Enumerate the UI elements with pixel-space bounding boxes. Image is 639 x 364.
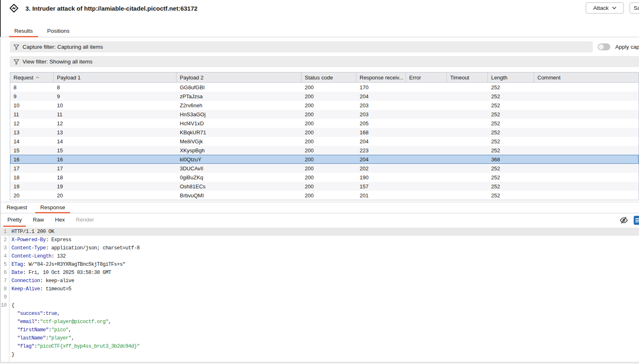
save-button-label: Sa [634, 5, 639, 11]
view-filter-bar[interactable]: View filter: Showing all items [10, 56, 639, 67]
column-header-payload-1[interactable]: Payload 1 [54, 72, 177, 82]
apply-capture-toggle[interactable] [598, 43, 610, 50]
table-row-request-15[interactable]: 1515XKyspBgh200223252 [10, 146, 639, 155]
results-table: RequestPayload 1Payload 2Status codeResp… [10, 72, 639, 200]
cell-status: 200 [301, 146, 356, 155]
cell-payload2: GG8ufGBI [177, 83, 301, 92]
cell-payload1: 18 [54, 173, 177, 182]
cell-comment [534, 110, 639, 119]
cell-request: 18 [10, 173, 54, 182]
tab-results[interactable]: Results [9, 26, 38, 37]
cell-status: 200 [301, 101, 356, 110]
capture-filter-bar[interactable]: Capture filter: Capturing all items [10, 41, 593, 52]
message-view-subtabs: Pretty Raw Hex Render [0, 214, 639, 227]
cell-response_received: 157 [356, 182, 406, 191]
column-header-error[interactable]: Error [406, 72, 447, 82]
cell-timeout [447, 110, 488, 119]
table-row-request-13[interactable]: 1313KBqkUR71200168252 [10, 128, 639, 137]
cell-timeout [447, 137, 488, 146]
cell-timeout [447, 182, 488, 191]
table-row-request-12[interactable]: 1212Hcf4V1xD200205252 [10, 119, 639, 128]
message-tab-bar: Request Response [0, 202, 639, 213]
column-header-status-code[interactable]: Status code [301, 72, 356, 82]
column-header-payload-2[interactable]: Payload 2 [177, 72, 301, 82]
tab-positions[interactable]: Positions [42, 26, 75, 37]
attack-button[interactable]: Attack [586, 2, 624, 14]
cell-payload1: 16 [54, 155, 177, 164]
table-row-request-16[interactable]: 1616kl0QtzuY200204368 [10, 155, 639, 164]
hide-nonprintable-icon[interactable] [619, 216, 628, 226]
cell-timeout [447, 128, 488, 137]
cell-error [406, 128, 447, 137]
cell-length: 252 [488, 110, 534, 119]
cell-timeout [447, 173, 488, 182]
editor-line: } [0, 350, 639, 359]
table-row-request-19[interactable]: 1919Osh81ECs200157252 [10, 182, 639, 191]
column-header-response-receiv-[interactable]: Response receiv... [356, 72, 406, 82]
line-number: 9 [0, 293, 7, 301]
main-tab-bar: Results Positions [0, 26, 639, 37]
line-content: } [11, 350, 14, 359]
tab-response[interactable]: Response [35, 202, 70, 213]
table-row-request-18[interactable]: 18180giBuZKq200190252 [10, 173, 639, 182]
cell-comment [534, 191, 639, 200]
cell-length: 252 [488, 119, 534, 128]
text-wrap-icon[interactable] [634, 216, 639, 225]
cell-payload2: Osh81ECs [177, 182, 301, 191]
cell-length: 252 [488, 83, 534, 92]
editor-line: 3Content-Type: application/json; charset… [0, 244, 639, 252]
cell-comment [534, 146, 639, 155]
line-number: 6 [0, 269, 7, 277]
response-editor[interactable]: 1HTTP/1.1 200 OK2X-Powered-By: Express3C… [0, 228, 639, 362]
cell-request: 13 [10, 128, 54, 137]
cell-length: 252 [488, 92, 534, 101]
cell-response_received: 170 [356, 83, 406, 92]
toggle-knob [598, 44, 604, 50]
subtab-raw[interactable]: Raw [29, 214, 48, 227]
editor-line: 8Keep-Alive: timeout=5 [0, 285, 639, 293]
editor-line: 1HTTP/1.1 200 OK [0, 228, 639, 236]
column-header-label: Status code [305, 75, 333, 81]
cell-status: 200 [301, 191, 356, 200]
cell-comment [534, 128, 639, 137]
intruder-attack-window: 3. Intruder attack of http://amiable-cit… [0, 0, 639, 364]
table-row-request-11[interactable]: 1111HnS3aGOj200203252 [10, 110, 639, 119]
subtab-pretty[interactable]: Pretty [3, 214, 26, 227]
table-row-request-14[interactable]: 1414Me8iVGjk200204252 [10, 137, 639, 146]
column-header-label: Error [409, 75, 421, 81]
editor-line: "email":"ctf-player@picoctf.org", [0, 318, 639, 326]
cell-payload2: HnS3aGOj [177, 110, 301, 119]
cell-status: 200 [301, 137, 356, 146]
table-row-request-8[interactable]: 88GG8ufGBI200170252 [10, 83, 639, 92]
cell-error [406, 164, 447, 173]
subtab-render[interactable]: Render [72, 214, 98, 227]
column-header-timeout[interactable]: Timeout [447, 72, 488, 82]
cell-error [406, 83, 447, 92]
line-content: Content-Type: application/json; charset=… [11, 244, 140, 252]
cell-payload1: 20 [54, 191, 177, 200]
view-filter-label: View filter: Showing all items [23, 59, 93, 65]
table-row-request-20[interactable]: 2020BrbvuQMI200201252 [10, 191, 639, 200]
cell-error [406, 110, 447, 119]
cell-comment [534, 83, 639, 92]
column-header-length[interactable]: Length [488, 72, 534, 82]
results-table-body: 88GG8ufGBI20017025299zPTaJzsa20020425210… [10, 83, 639, 200]
save-button[interactable]: Sa [630, 2, 639, 14]
line-number: 10 [0, 301, 7, 310]
column-header-request[interactable]: Request [10, 72, 54, 82]
table-row-request-9[interactable]: 99zPTaJzsa200204252 [10, 92, 639, 101]
column-header-comment[interactable]: Comment [534, 72, 639, 82]
subtab-hex[interactable]: Hex [51, 214, 69, 227]
cell-status: 200 [301, 83, 356, 92]
table-row-request-10[interactable]: 1010Z2rv6neh200203252 [10, 101, 639, 110]
cell-payload2: Hcf4V1xD [177, 119, 301, 128]
editor-line: "flag":"picoCTF{xff_byp4ss_brut3_3b2dc94… [0, 342, 639, 350]
cell-request: 17 [10, 164, 54, 173]
cell-length: 252 [488, 191, 534, 200]
editor-line: "firstName":"pico", [0, 326, 639, 334]
table-row-request-17[interactable]: 17173DUCAvIl200202252 [10, 164, 639, 173]
cell-error [406, 155, 447, 164]
capture-filter-label: Capture filter: Capturing all items [23, 44, 103, 50]
tab-request[interactable]: Request [2, 202, 32, 213]
editor-line: 6Date: Fri, 10 Oct 2025 03:58:38 GMT [0, 269, 639, 277]
